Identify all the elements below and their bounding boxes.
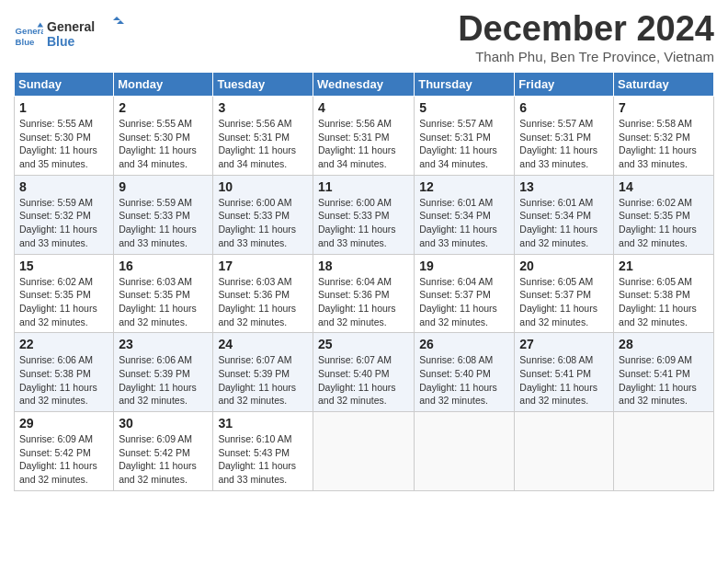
col-header-monday: Monday [114, 73, 213, 97]
day-info: Sunrise: 6:09 AMSunset: 5:41 PMDaylight:… [619, 354, 697, 406]
calendar-day-cell: 22 Sunrise: 6:06 AMSunset: 5:38 PMDaylig… [15, 333, 114, 412]
day-info: Sunrise: 6:09 AMSunset: 5:42 PMDaylight:… [19, 433, 97, 485]
calendar-day-cell: 3 Sunrise: 5:56 AMSunset: 5:31 PMDayligh… [213, 97, 313, 176]
calendar-empty-cell [614, 412, 714, 491]
calendar-week-row: 22 Sunrise: 6:06 AMSunset: 5:38 PMDaylig… [15, 333, 714, 412]
day-number: 21 [619, 259, 709, 273]
day-number: 11 [318, 179, 409, 194]
calendar-day-cell: 11 Sunrise: 6:00 AMSunset: 5:33 PMDaylig… [313, 175, 414, 254]
page-header: General Blue General Blue December 2024 … [14, 9, 714, 64]
day-number: 4 [318, 100, 409, 115]
svg-marker-2 [38, 23, 43, 28]
day-info: Sunrise: 6:07 AMSunset: 5:40 PMDaylight:… [318, 354, 396, 406]
day-number: 29 [19, 416, 108, 431]
calendar-day-cell: 29 Sunrise: 6:09 AMSunset: 5:42 PMDaylig… [15, 412, 114, 491]
calendar-day-cell: 17 Sunrise: 6:03 AMSunset: 5:36 PMDaylig… [213, 254, 313, 333]
calendar-day-cell: 16 Sunrise: 6:03 AMSunset: 5:35 PMDaylig… [114, 254, 213, 333]
calendar-day-cell: 25 Sunrise: 6:07 AMSunset: 5:40 PMDaylig… [313, 333, 414, 412]
title-section: December 2024 Thanh Phu, Ben Tre Provinc… [458, 9, 714, 64]
calendar-empty-cell [515, 412, 614, 491]
day-info: Sunrise: 6:05 AMSunset: 5:38 PMDaylight:… [619, 276, 697, 327]
day-number: 17 [218, 259, 308, 273]
day-number: 6 [519, 100, 609, 115]
calendar-day-cell: 10 Sunrise: 6:00 AMSunset: 5:33 PMDaylig… [213, 175, 313, 254]
day-info: Sunrise: 5:56 AMSunset: 5:31 PMDaylight:… [318, 118, 396, 169]
day-info: Sunrise: 6:03 AMSunset: 5:35 PMDaylight:… [119, 276, 197, 327]
calendar-day-cell: 26 Sunrise: 6:08 AMSunset: 5:40 PMDaylig… [415, 333, 515, 412]
calendar-day-cell: 18 Sunrise: 6:04 AMSunset: 5:36 PMDaylig… [313, 254, 414, 333]
calendar-header-row: SundayMondayTuesdayWednesdayThursdayFrid… [15, 73, 714, 97]
col-header-tuesday: Tuesday [213, 73, 313, 97]
calendar-week-row: 15 Sunrise: 6:02 AMSunset: 5:35 PMDaylig… [15, 254, 714, 333]
calendar-week-row: 8 Sunrise: 5:59 AMSunset: 5:32 PMDayligh… [15, 175, 714, 254]
calendar-day-cell: 4 Sunrise: 5:56 AMSunset: 5:31 PMDayligh… [313, 97, 414, 176]
day-info: Sunrise: 6:04 AMSunset: 5:36 PMDaylight:… [318, 276, 396, 327]
day-info: Sunrise: 6:08 AMSunset: 5:41 PMDaylight:… [519, 354, 597, 406]
month-title: December 2024 [458, 9, 714, 49]
col-header-saturday: Saturday [614, 73, 714, 97]
day-number: 31 [218, 416, 308, 431]
day-number: 15 [19, 259, 108, 273]
day-info: Sunrise: 5:55 AMSunset: 5:30 PMDaylight:… [19, 118, 97, 169]
day-info: Sunrise: 5:58 AMSunset: 5:32 PMDaylight:… [619, 118, 697, 169]
day-number: 24 [218, 337, 308, 351]
calendar-day-cell: 13 Sunrise: 6:01 AMSunset: 5:34 PMDaylig… [515, 175, 614, 254]
calendar-day-cell: 9 Sunrise: 5:59 AMSunset: 5:33 PMDayligh… [114, 175, 213, 254]
svg-text:General: General [47, 19, 95, 34]
col-header-sunday: Sunday [15, 73, 114, 97]
day-info: Sunrise: 6:01 AMSunset: 5:34 PMDaylight:… [419, 197, 497, 248]
calendar-day-cell: 1 Sunrise: 5:55 AMSunset: 5:30 PMDayligh… [15, 97, 114, 176]
calendar-day-cell: 7 Sunrise: 5:58 AMSunset: 5:32 PMDayligh… [614, 97, 714, 176]
day-info: Sunrise: 5:55 AMSunset: 5:30 PMDaylight:… [119, 118, 197, 169]
day-info: Sunrise: 6:10 AMSunset: 5:43 PMDaylight:… [218, 433, 296, 485]
day-number: 23 [119, 337, 208, 351]
day-number: 25 [318, 337, 409, 351]
calendar-day-cell: 30 Sunrise: 6:09 AMSunset: 5:42 PMDaylig… [114, 412, 213, 491]
calendar-day-cell: 12 Sunrise: 6:01 AMSunset: 5:34 PMDaylig… [415, 175, 515, 254]
calendar-day-cell: 8 Sunrise: 5:59 AMSunset: 5:32 PMDayligh… [15, 175, 114, 254]
day-info: Sunrise: 6:06 AMSunset: 5:38 PMDaylight:… [19, 354, 97, 406]
day-info: Sunrise: 6:05 AMSunset: 5:37 PMDaylight:… [519, 276, 597, 327]
calendar-day-cell: 21 Sunrise: 6:05 AMSunset: 5:38 PMDaylig… [614, 254, 714, 333]
day-number: 16 [119, 259, 208, 273]
calendar-day-cell: 28 Sunrise: 6:09 AMSunset: 5:41 PMDaylig… [614, 333, 714, 412]
svg-marker-6 [117, 20, 124, 24]
day-info: Sunrise: 6:00 AMSunset: 5:33 PMDaylight:… [318, 197, 396, 248]
day-number: 19 [419, 259, 509, 273]
day-number: 5 [419, 100, 509, 115]
calendar-day-cell: 27 Sunrise: 6:08 AMSunset: 5:41 PMDaylig… [515, 333, 614, 412]
calendar-day-cell: 6 Sunrise: 5:57 AMSunset: 5:31 PMDayligh… [515, 97, 614, 176]
day-info: Sunrise: 6:02 AMSunset: 5:35 PMDaylight:… [19, 276, 97, 327]
day-info: Sunrise: 5:57 AMSunset: 5:31 PMDaylight:… [419, 118, 497, 169]
calendar-day-cell: 31 Sunrise: 6:10 AMSunset: 5:43 PMDaylig… [213, 412, 313, 491]
calendar-empty-cell [313, 412, 414, 491]
day-number: 22 [19, 337, 108, 351]
day-number: 14 [619, 179, 709, 194]
svg-text:Blue: Blue [16, 37, 35, 47]
calendar-week-row: 1 Sunrise: 5:55 AMSunset: 5:30 PMDayligh… [15, 97, 714, 176]
day-info: Sunrise: 6:02 AMSunset: 5:35 PMDaylight:… [619, 197, 697, 248]
calendar-table: SundayMondayTuesdayWednesdayThursdayFrid… [14, 72, 714, 491]
day-info: Sunrise: 5:56 AMSunset: 5:31 PMDaylight:… [218, 118, 296, 169]
day-info: Sunrise: 5:59 AMSunset: 5:33 PMDaylight:… [119, 197, 197, 248]
calendar-week-row: 29 Sunrise: 6:09 AMSunset: 5:42 PMDaylig… [15, 412, 714, 491]
logo: General Blue General Blue [14, 17, 125, 55]
day-number: 1 [19, 100, 108, 115]
day-info: Sunrise: 6:01 AMSunset: 5:34 PMDaylight:… [519, 197, 597, 248]
day-number: 13 [519, 179, 609, 194]
day-info: Sunrise: 6:00 AMSunset: 5:33 PMDaylight:… [218, 197, 296, 248]
logo-icon: General Blue [14, 21, 43, 51]
calendar-day-cell: 2 Sunrise: 5:55 AMSunset: 5:30 PMDayligh… [114, 97, 213, 176]
day-info: Sunrise: 6:09 AMSunset: 5:42 PMDaylight:… [119, 433, 197, 485]
day-number: 9 [119, 179, 208, 194]
svg-text:Blue: Blue [47, 34, 75, 49]
day-info: Sunrise: 6:07 AMSunset: 5:39 PMDaylight:… [218, 354, 296, 406]
svg-marker-5 [113, 17, 120, 20]
day-number: 18 [318, 259, 409, 273]
day-info: Sunrise: 5:57 AMSunset: 5:31 PMDaylight:… [519, 118, 597, 169]
location-title: Thanh Phu, Ben Tre Province, Vietnam [458, 49, 714, 64]
calendar-day-cell: 19 Sunrise: 6:04 AMSunset: 5:37 PMDaylig… [415, 254, 515, 333]
day-number: 7 [619, 100, 709, 115]
day-info: Sunrise: 6:08 AMSunset: 5:40 PMDaylight:… [419, 354, 497, 406]
day-info: Sunrise: 6:06 AMSunset: 5:39 PMDaylight:… [119, 354, 197, 406]
